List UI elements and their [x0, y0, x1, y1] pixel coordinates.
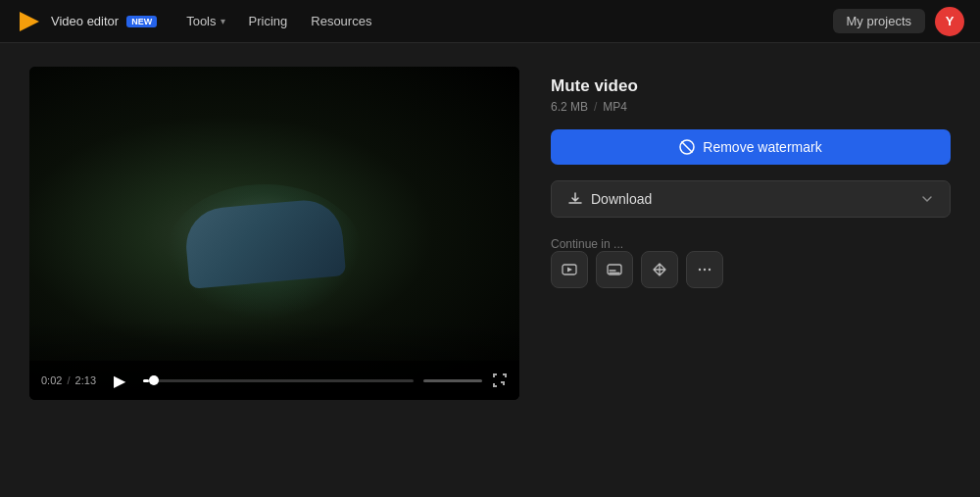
progress-bar[interactable]: [143, 379, 414, 382]
continue-tool-2[interactable]: [596, 251, 633, 288]
svg-point-7: [699, 269, 701, 271]
svg-marker-0: [20, 12, 39, 31]
continue-tools: [551, 251, 951, 288]
video-edit-icon: [562, 262, 577, 277]
download-icon: [567, 191, 583, 207]
nav-pricing[interactable]: Pricing: [239, 10, 298, 32]
remove-watermark-label: Remove watermark: [703, 139, 821, 155]
tools-label: Tools: [186, 14, 216, 28]
file-size: 6.2 MB: [551, 100, 588, 114]
nav-tools[interactable]: Tools ▾: [176, 10, 234, 32]
nav-items: Tools ▾ Pricing Resources: [176, 10, 812, 32]
video-title: Mute video: [551, 76, 951, 96]
svg-line-2: [682, 142, 693, 153]
video-container: 0:02 / 2:13 ▶: [29, 67, 519, 400]
video-scene: [29, 67, 519, 400]
nav-brand: Video editor NEW: [16, 8, 157, 35]
right-panel: Mute video 6.2 MB / MP4 Remove watermark…: [551, 67, 951, 288]
app-logo-icon: [16, 8, 43, 35]
continue-tool-3[interactable]: [641, 251, 678, 288]
continue-label: Continue in ...: [551, 237, 951, 251]
navbar: Video editor NEW Tools ▾ Pricing Resourc…: [0, 0, 980, 43]
pricing-label: Pricing: [249, 14, 288, 28]
svg-point-9: [709, 269, 710, 271]
progress-fill: [143, 379, 149, 382]
fullscreen-icon: [492, 373, 508, 388]
chevron-down-icon: [920, 192, 934, 206]
file-format: MP4: [603, 100, 627, 114]
play-button[interactable]: ▶: [106, 367, 133, 394]
video-info: Mute video 6.2 MB / MP4: [551, 76, 951, 114]
video-player[interactable]: 0:02 / 2:13 ▶: [29, 67, 519, 400]
main-content: 0:02 / 2:13 ▶: [0, 43, 980, 497]
ban-icon: [679, 139, 695, 155]
remove-watermark-button[interactable]: Remove watermark: [551, 129, 951, 165]
continue-tool-1[interactable]: [551, 251, 588, 288]
more-options-button[interactable]: [686, 251, 723, 288]
video-controls: 0:02 / 2:13 ▶: [29, 361, 519, 400]
volume-bar[interactable]: [423, 379, 482, 382]
tools-chevron-icon: ▾: [220, 16, 225, 26]
download-label: Download: [591, 191, 652, 207]
avatar[interactable]: Y: [935, 7, 964, 36]
time-current: 0:02 / 2:13: [41, 374, 96, 386]
fullscreen-button[interactable]: [492, 373, 508, 388]
meta-separator: /: [594, 100, 597, 114]
more-icon: [697, 262, 712, 277]
svg-point-8: [704, 269, 706, 271]
nav-resources[interactable]: Resources: [301, 10, 381, 32]
nav-right: My projects Y: [833, 7, 964, 36]
my-projects-button[interactable]: My projects: [833, 9, 925, 33]
nav-badge: NEW: [126, 16, 157, 27]
download-btn-left: Download: [567, 191, 652, 207]
nav-brand-label: Video editor: [51, 14, 119, 28]
video-meta: 6.2 MB / MP4: [551, 100, 951, 114]
continue-section: Continue in ...: [551, 233, 951, 288]
scene-body: [183, 197, 346, 289]
subtitle-icon: [607, 262, 622, 277]
resources-label: Resources: [311, 14, 371, 28]
progress-thumb: [149, 375, 159, 385]
move-icon: [652, 262, 667, 277]
download-button[interactable]: Download: [551, 180, 951, 218]
